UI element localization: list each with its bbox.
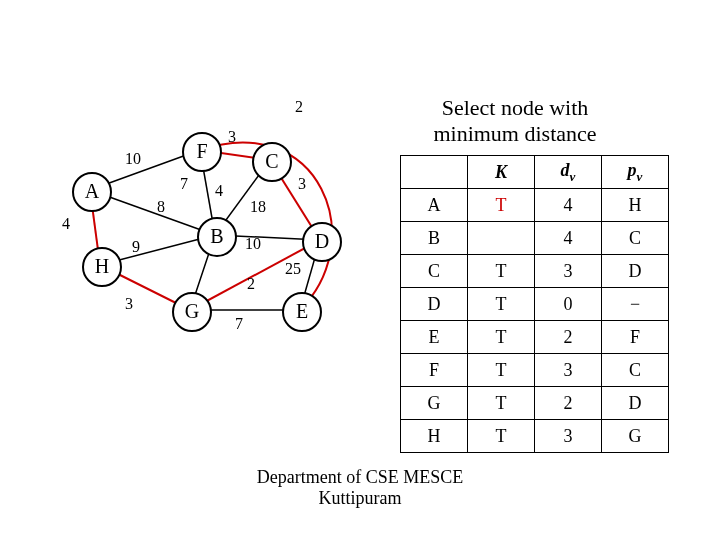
col-blank [401,156,468,189]
row-key: G [401,387,468,420]
graph-diagram: A F C B D E G H 2 3 10 7 4 8 3 18 4 9 10… [60,120,390,360]
col-p-sub: v [637,168,643,183]
row-k: T [468,189,535,222]
row-key: A [401,189,468,222]
slide-title: Select node with minimum distance [400,95,630,148]
weight-a-h: 4 [62,215,70,233]
table-row: E T 2 F [401,321,669,354]
row-k: T [468,387,535,420]
row-d: 3 [535,255,602,288]
row-key: E [401,321,468,354]
node-d: D [302,222,342,262]
row-d: 3 [535,354,602,387]
weight-b-d: 10 [245,235,261,253]
weight-b-g: 8 [157,198,165,216]
row-p: F [602,321,669,354]
weight-c-d: 3 [298,175,306,193]
row-k: T [468,420,535,453]
slide-footer: Department of CSE MESCE Kuttipuram [0,467,720,510]
row-k: T [468,321,535,354]
weight-g-e: 7 [235,315,243,333]
row-key: H [401,420,468,453]
row-p: D [602,255,669,288]
node-g: G [172,292,212,332]
row-d: 4 [535,189,602,222]
row-p: − [602,288,669,321]
row-p: C [602,222,669,255]
col-dv: dv [535,156,602,189]
row-key: D [401,288,468,321]
table-row: F T 3 C [401,354,669,387]
table-row: A T 4 H [401,189,669,222]
row-k [468,222,535,255]
col-d-sub: v [570,168,576,183]
table-header-row: K dv pv [401,156,669,189]
row-k: T [468,255,535,288]
node-b: B [197,217,237,257]
weight-g-h: 3 [125,295,133,313]
node-c: C [252,142,292,182]
row-d: 2 [535,387,602,420]
node-e: E [282,292,322,332]
row-k: T [468,354,535,387]
row-key: B [401,222,468,255]
slide-stage: Select node with minimum distance A F C [0,0,720,540]
row-d: 0 [535,288,602,321]
weight-f-c: 3 [228,128,236,146]
row-d: 4 [535,222,602,255]
row-d: 2 [535,321,602,354]
col-k-text: K [495,162,507,182]
table-row: G T 2 D [401,387,669,420]
col-d-text: d [561,160,570,180]
weight-b-h: 9 [132,238,140,256]
weight-a-f: 10 [125,150,141,168]
row-p: G [602,420,669,453]
weight-f-e: 2 [295,98,303,116]
title-line-1: Select node with [442,95,589,120]
table-row: C T 3 D [401,255,669,288]
weight-d-g: 2 [247,275,255,293]
table-row: B 4 C [401,222,669,255]
row-key: C [401,255,468,288]
row-key: F [401,354,468,387]
node-f: F [182,132,222,172]
footer-line-2: Kuttipuram [319,488,402,508]
weight-a-b: 7 [180,175,188,193]
row-p: H [602,189,669,222]
col-k: K [468,156,535,189]
row-p: C [602,354,669,387]
row-k: T [468,288,535,321]
weight-b-c: 18 [250,198,266,216]
table-row: H T 3 G [401,420,669,453]
footer-line-1: Department of CSE MESCE [257,467,463,487]
weight-d-e: 25 [285,260,301,278]
title-line-2: minimum distance [433,121,596,146]
distance-table: K dv pv A T 4 H B 4 C C T 3 D D T 0 − [400,155,669,453]
row-d: 3 [535,420,602,453]
col-pv: pv [602,156,669,189]
table-row: D T 0 − [401,288,669,321]
col-p-text: p [628,160,637,180]
node-a: A [72,172,112,212]
weight-f-b: 4 [215,182,223,200]
row-p: D [602,387,669,420]
node-h: H [82,247,122,287]
